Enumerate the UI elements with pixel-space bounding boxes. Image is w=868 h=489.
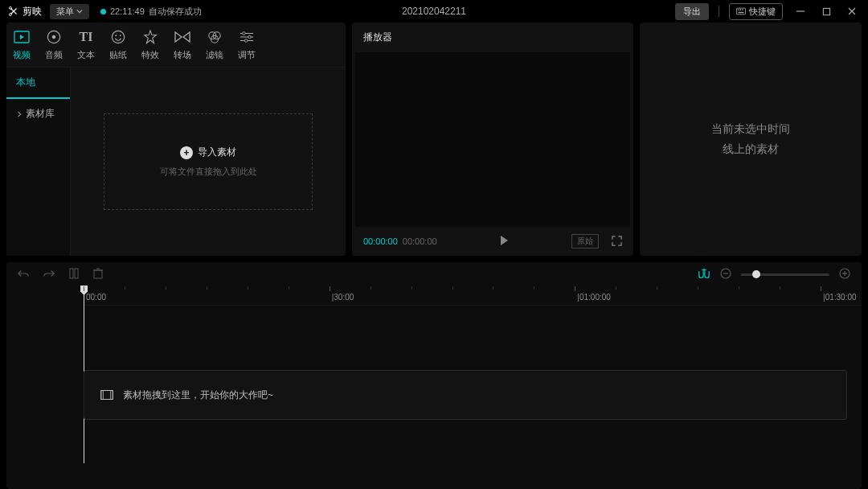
- delete-button[interactable]: [93, 268, 103, 281]
- maximize-button[interactable]: [818, 3, 834, 19]
- snap-button[interactable]: [698, 268, 710, 281]
- tab-adjust[interactable]: 调节: [238, 28, 256, 61]
- clip-icon: [100, 390, 113, 400]
- sidebar-item-local[interactable]: 本地: [6, 68, 70, 99]
- ruler-label: |01:00:00: [577, 293, 611, 302]
- redo-icon: [43, 269, 55, 278]
- tab-sticker[interactable]: 贴纸: [109, 28, 127, 61]
- player-viewport[interactable]: [355, 52, 630, 227]
- tab-label: 音频: [45, 49, 63, 61]
- close-button[interactable]: [844, 3, 860, 19]
- export-button[interactable]: 导出: [675, 3, 709, 20]
- close-icon: [847, 6, 857, 16]
- svg-rect-5: [742, 9, 743, 10]
- svg-rect-2: [736, 8, 745, 14]
- import-label: 导入素材: [198, 146, 236, 159]
- timeline-tracks[interactable]: 素材拖拽到这里，开始你的大作吧~: [6, 306, 862, 489]
- split-button[interactable]: [69, 268, 79, 281]
- ruler-tick: [534, 286, 534, 305]
- svg-rect-6: [739, 12, 744, 13]
- ruler-tick: |01:00:00: [575, 286, 611, 305]
- delete-icon: [93, 268, 103, 279]
- plus-icon: +: [180, 146, 193, 159]
- shortcut-button[interactable]: 快捷键: [729, 3, 783, 20]
- tab-audio[interactable]: 音频: [45, 28, 63, 61]
- ruler-tick: |01:30:00: [821, 286, 857, 305]
- aspect-ratio-button[interactable]: 原始: [571, 234, 599, 249]
- track-drop-hint[interactable]: 素材拖拽到这里，开始你的大作吧~: [84, 370, 847, 420]
- audio-icon: [45, 28, 63, 46]
- sidebar-item-label: 素材库: [26, 107, 55, 121]
- player-title: 播放器: [352, 23, 633, 52]
- zoom-slider[interactable]: [741, 273, 829, 276]
- zoom-out-button[interactable]: [720, 268, 731, 281]
- undo-icon: [18, 269, 29, 278]
- svg-point-10: [52, 35, 56, 39]
- play-button[interactable]: [498, 235, 510, 248]
- svg-rect-22: [94, 270, 102, 278]
- import-button[interactable]: + 导入素材: [180, 146, 236, 159]
- media-sidebar: 本地 素材库: [6, 68, 71, 256]
- ruler-tick: [166, 286, 166, 305]
- svg-point-17: [243, 32, 246, 35]
- tab-transition[interactable]: 转场: [174, 28, 191, 61]
- svg-rect-7: [823, 8, 829, 14]
- ruler-tick: [411, 286, 412, 305]
- inspector-panel: 当前未选中时间 线上的素材: [640, 23, 862, 256]
- tab-label: 特效: [141, 49, 159, 61]
- minimize-icon: [796, 6, 805, 16]
- tab-effect[interactable]: 特效: [141, 28, 159, 61]
- scissors-icon: [8, 6, 19, 17]
- timeline-panel: 00:00|30:00|01:00:00|01:30:00 素材拖拽到这里，开始…: [6, 262, 862, 489]
- inspector-line1: 当前未选中时间: [711, 119, 790, 139]
- svg-point-0: [9, 6, 11, 9]
- media-drop-area[interactable]: + 导入素材 可将文件直接拖入到此处: [71, 68, 346, 256]
- tab-label: 视频: [13, 49, 31, 61]
- snap-icon: [698, 268, 710, 279]
- zoom-in-button[interactable]: [839, 268, 850, 281]
- media-tabs: 视频 音频 TI 文本 贴纸 特效 转场: [6, 23, 346, 68]
- minimize-button[interactable]: [792, 3, 809, 19]
- timeline-ruler[interactable]: 00:00|30:00|01:00:00|01:30:00: [84, 286, 862, 306]
- player-time-current: 00:00:00: [363, 236, 398, 246]
- menu-label: 菜单: [56, 6, 74, 18]
- player-controls: 00:00:00 00:00:00 原始: [352, 227, 633, 256]
- ruler-tick: [616, 286, 616, 305]
- undo-button[interactable]: [18, 269, 29, 281]
- ruler-tick: [493, 286, 493, 305]
- ruler-label: |01:30:00: [823, 293, 857, 302]
- ruler-tick: [207, 286, 207, 305]
- fullscreen-button[interactable]: [612, 236, 622, 248]
- tab-text[interactable]: TI 文本: [77, 28, 95, 61]
- zoom-thumb[interactable]: [752, 270, 760, 278]
- ruler-tick: [289, 286, 289, 305]
- status-dot-icon: [100, 9, 106, 14]
- ruler-tick: [657, 286, 657, 305]
- player-time-total: 00:00:00: [403, 236, 437, 246]
- app-name: 剪映: [23, 5, 42, 18]
- text-icon: TI: [77, 28, 95, 46]
- ruler-tick: [371, 286, 371, 305]
- svg-point-18: [248, 35, 252, 39]
- tab-label: 贴纸: [109, 49, 127, 61]
- video-icon: [13, 28, 31, 46]
- track-hint-text: 素材拖拽到这里，开始你的大作吧~: [123, 388, 273, 402]
- svg-point-11: [112, 31, 124, 43]
- sidebar-item-library[interactable]: 素材库: [6, 99, 70, 129]
- player-panel: 播放器 00:00:00 00:00:00 原始: [352, 23, 633, 256]
- menu-button[interactable]: 菜单: [50, 4, 89, 19]
- app-logo: 剪映: [8, 5, 42, 18]
- svg-rect-4: [739, 9, 741, 10]
- ruler-label: 00:00: [86, 293, 106, 302]
- tab-filter[interactable]: 滤镜: [206, 28, 223, 61]
- ruler-tick: 00:00: [84, 286, 106, 305]
- media-panel: 视频 音频 TI 文本 贴纸 特效 转场: [6, 23, 346, 256]
- play-icon: [498, 235, 510, 246]
- svg-rect-26: [101, 390, 104, 399]
- inspector-empty-message: 当前未选中时间 线上的素材: [711, 119, 790, 159]
- title-bar: 剪映 菜单 22:11:49 自动保存成功 202102042211 导出 快捷…: [0, 0, 868, 23]
- zoom-in-icon: [839, 268, 850, 279]
- drop-hint: 可将文件直接拖入到此处: [160, 166, 257, 178]
- redo-button[interactable]: [43, 269, 55, 281]
- tab-video[interactable]: 视频: [13, 28, 31, 61]
